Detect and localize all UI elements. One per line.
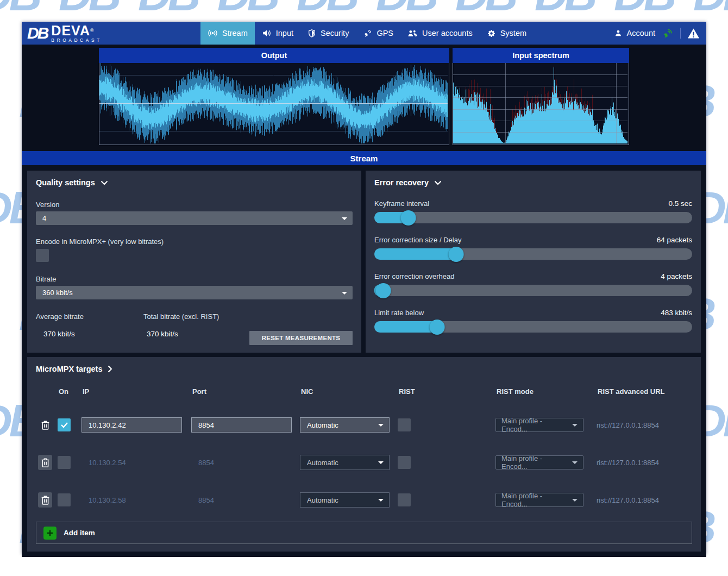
target-rist-mode-select[interactable]: Main profile - Encod... xyxy=(495,493,583,507)
tab-input[interactable]: Input xyxy=(255,22,300,45)
encode-micrompx-checkbox[interactable] xyxy=(36,249,49,262)
target-nic-value: Automatic xyxy=(307,496,338,504)
average-bitrate-label: Average bitrate xyxy=(36,312,143,321)
connection-status-icon[interactable] xyxy=(662,28,674,39)
keyframe-interval-label: Keyframe interval xyxy=(374,199,429,208)
version-select[interactable]: 4 xyxy=(36,211,353,225)
limit-rate-below-slider[interactable] xyxy=(374,321,692,333)
charts-strip: Output Input spectrum xyxy=(22,45,706,151)
shield-icon xyxy=(307,29,316,38)
tab-gps-label: GPS xyxy=(376,29,393,37)
tab-system[interactable]: System xyxy=(480,22,534,45)
target-rist-mode-value: Main profile - Encod... xyxy=(501,417,570,433)
add-item-button[interactable]: Add item xyxy=(36,522,692,544)
keyframe-interval-slider[interactable] xyxy=(374,212,692,223)
registered-mark: ® xyxy=(90,27,94,33)
target-nic-select[interactable]: Automatic xyxy=(300,417,390,433)
col-ip: IP xyxy=(81,387,191,396)
main-content: Quality settings Version 4 Encode in Mic… xyxy=(22,165,706,557)
col-rist-url: RIST advanced URL xyxy=(597,387,692,396)
select-arrow-icon xyxy=(378,424,384,427)
error-correction-overhead-slider[interactable] xyxy=(374,285,692,296)
keyframe-interval-group: Keyframe interval 0.5 sec xyxy=(374,199,692,223)
app-window: DB DEVA® BROADCAST Stream Input xyxy=(22,22,706,554)
delete-target-button[interactable] xyxy=(38,455,52,470)
error-correction-overhead-label: Error correction overhead xyxy=(374,272,454,280)
total-bitrate-label: Total bitrate (excl. RIST) xyxy=(143,312,219,321)
select-arrow-icon xyxy=(378,499,384,502)
quality-settings-panel: Quality settings Version 4 Encode in Mic… xyxy=(27,171,361,353)
slider-thumb[interactable] xyxy=(430,320,445,335)
tab-security[interactable]: Security xyxy=(300,22,356,45)
micrompx-targets-header[interactable]: MicroMPX targets xyxy=(36,365,692,373)
broadcast-icon xyxy=(208,29,218,37)
total-bitrate-value: 370 kbit/s xyxy=(143,330,178,338)
delete-target-button[interactable] xyxy=(38,417,52,433)
warning-icon[interactable] xyxy=(687,28,700,39)
col-nic: NIC xyxy=(300,387,398,396)
satellite-dish-icon xyxy=(363,29,372,38)
target-rist-mode-select[interactable]: Main profile - Encod... xyxy=(495,418,583,432)
bitrate-select[interactable]: 360 kbit/s xyxy=(36,286,353,299)
select-arrow-icon xyxy=(572,499,578,502)
target-row-1: 10.130.2.42 8854 Automatic Main profile … xyxy=(36,417,692,433)
col-rist-mode: RIST mode xyxy=(495,387,597,396)
input-spectrum xyxy=(453,63,629,145)
error-recovery-header[interactable]: Error recovery xyxy=(374,178,692,187)
target-nic-select[interactable]: Automatic xyxy=(300,492,390,508)
target-ip-input[interactable]: 10.130.2.42 xyxy=(81,417,182,433)
output-panel-title: Output xyxy=(99,48,449,63)
quality-settings-header[interactable]: Quality settings xyxy=(36,178,353,187)
deva-logo-mark: DB xyxy=(27,25,47,41)
error-correction-size-value: 64 packets xyxy=(657,236,692,244)
page-title: Stream xyxy=(22,151,706,165)
slider-thumb[interactable] xyxy=(401,210,416,226)
quality-settings-title: Quality settings xyxy=(36,178,95,187)
chevron-right-icon xyxy=(108,365,112,373)
select-arrow-icon xyxy=(342,292,347,295)
plus-icon xyxy=(43,527,57,540)
target-rist-checkbox[interactable] xyxy=(398,493,411,506)
tab-user-accounts[interactable]: User accounts xyxy=(400,22,480,45)
encode-micrompx-label: Encode in MicroMPX+ (very low bitrates) xyxy=(36,237,353,246)
top-navbar: DB DEVA® BROADCAST Stream Input xyxy=(22,22,706,45)
version-value: 4 xyxy=(42,214,46,222)
tab-gps[interactable]: GPS xyxy=(356,22,400,45)
brand-subtitle: BROADCAST xyxy=(51,38,102,43)
error-recovery-title: Error recovery xyxy=(374,178,429,187)
error-correction-overhead-value: 4 packets xyxy=(661,272,692,280)
target-rist-checkbox[interactable] xyxy=(398,418,411,431)
target-on-checkbox[interactable] xyxy=(58,456,71,469)
output-panel: Output xyxy=(99,48,449,145)
tab-stream-label: Stream xyxy=(222,29,248,37)
target-nic-select[interactable]: Automatic xyxy=(300,455,390,470)
input-spectrum-title: Input spectrum xyxy=(453,48,629,63)
slider-thumb[interactable] xyxy=(449,247,464,262)
target-rist-mode-select[interactable]: Main profile - Encod... xyxy=(495,455,583,469)
error-recovery-panel: Error recovery Keyframe interval 0.5 sec xyxy=(366,171,701,353)
delete-target-button[interactable] xyxy=(38,492,52,508)
nav-right-group: Account xyxy=(614,22,706,45)
brand-name: DEVA xyxy=(51,23,90,38)
settings-row: Quality settings Version 4 Encode in Mic… xyxy=(27,171,701,353)
target-row-3: 10.130.2.58 8854 Automatic Main profile … xyxy=(36,492,692,508)
input-spectrum-canvas xyxy=(453,63,627,143)
error-correction-size-slider[interactable] xyxy=(374,248,692,260)
target-on-checkbox[interactable] xyxy=(58,418,71,431)
slider-thumb[interactable] xyxy=(375,283,391,298)
account-button[interactable]: Account xyxy=(614,29,655,37)
keyframe-interval-value: 0.5 sec xyxy=(668,199,692,208)
chevron-down-icon xyxy=(101,180,108,185)
select-arrow-icon xyxy=(342,217,347,220)
target-port-input[interactable]: 8854 xyxy=(191,417,292,433)
tab-stream[interactable]: Stream xyxy=(200,22,255,45)
target-port-text: 8854 xyxy=(191,459,300,467)
target-on-checkbox[interactable] xyxy=(58,493,71,506)
slider-fill xyxy=(374,321,438,333)
error-correction-size-label: Error correction size / Delay xyxy=(374,236,461,244)
target-nic-value: Automatic xyxy=(307,421,338,429)
output-waveform xyxy=(99,63,449,145)
reset-measurements-button[interactable]: RESET MEASUREMENTS xyxy=(249,331,353,345)
target-rist-checkbox[interactable] xyxy=(398,456,411,469)
target-rist-url: rist://127.0.0.1:8854 xyxy=(597,459,692,467)
